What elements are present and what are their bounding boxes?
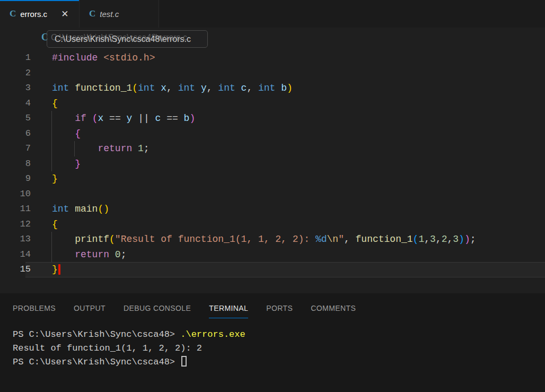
breadcrumb[interactable]: C C:\Users\Krish\Sync\csca48\errors.c C:…	[0, 28, 545, 48]
token: )	[459, 234, 464, 245]
code-content: {	[52, 126, 81, 142]
token: {	[52, 98, 58, 109]
token: return	[75, 249, 109, 260]
token	[155, 83, 161, 93]
token: (	[413, 234, 419, 245]
code-line: 7 return 1;	[0, 141, 545, 156]
line-number: 7	[0, 141, 31, 156]
line-number: 3	[0, 81, 31, 96]
code-line: 12{	[0, 217, 545, 232]
code-line: 9}	[0, 171, 545, 187]
token: 3	[430, 234, 436, 245]
tab-errors.c[interactable]: Cerrors.c✕	[0, 0, 80, 28]
line-number: 13	[0, 232, 31, 247]
indent-guide	[51, 111, 52, 126]
token: int	[138, 83, 155, 93]
close-icon[interactable]: ✕	[61, 10, 68, 19]
code-content: {	[52, 96, 58, 111]
token: y	[201, 83, 207, 93]
code-content: printf("Result of function_1(1, 1, 2, 2)…	[52, 232, 476, 247]
token: ;	[144, 143, 150, 154]
panel-tab-comments[interactable]: COMMENTS	[311, 304, 356, 318]
code-line: 10	[0, 187, 545, 202]
current-line-highlight	[25, 262, 545, 277]
terminal-output[interactable]: PS C:\Users\Krish\Sync\csca48> .\errors.…	[0, 318, 545, 369]
red-cursor	[58, 264, 60, 275]
line-number: 8	[0, 156, 31, 172]
token: ,	[247, 83, 258, 93]
token: ,	[436, 234, 442, 245]
token	[121, 113, 127, 124]
token: if	[75, 113, 86, 124]
code-line: 8 }	[0, 156, 545, 172]
line-number: 6	[0, 126, 31, 142]
token: function_1	[75, 83, 132, 93]
terminal-text: Result of function_1(1, 1, 2, 2): 2	[13, 343, 202, 353]
token: "Result of function_1(1, 1, 2, 2):	[115, 234, 315, 245]
token: c	[155, 113, 161, 124]
token: int	[52, 83, 69, 93]
line-number: 11	[0, 202, 31, 217]
code-line: 2	[0, 66, 545, 81]
token: b	[281, 83, 287, 93]
token: main	[75, 204, 98, 214]
line-number: 14	[0, 247, 31, 263]
token	[98, 53, 103, 63]
token: 3	[453, 234, 459, 245]
panel-tab-terminal[interactable]: TERMINAL	[209, 304, 248, 318]
token: ==	[166, 113, 178, 124]
terminal-text: PS C:\Users\Krish\Sync\csca48>	[13, 329, 180, 339]
token: ,	[344, 234, 356, 245]
line-number: 15	[0, 262, 31, 277]
token: function_1	[356, 234, 413, 245]
token: ,	[166, 83, 178, 93]
token: }	[52, 264, 58, 275]
token: #include	[52, 53, 98, 63]
token: int	[178, 83, 195, 93]
token	[69, 83, 75, 93]
bottom-panel: PROBLEMSOUTPUTDEBUG CONSOLETERMINALPORTS…	[0, 293, 545, 392]
token: printf	[75, 234, 109, 245]
panel-tab-output[interactable]: OUTPUT	[74, 304, 106, 318]
code-line: 11int main()	[0, 202, 545, 217]
terminal-text: PS C:\Users\Krish\Sync\csca48>	[13, 357, 180, 367]
tab-label: errors.c	[20, 10, 47, 19]
token: c	[241, 83, 247, 93]
token: int	[52, 204, 69, 214]
terminal-line: Result of function_1(1, 1, 2, 2): 2	[13, 342, 545, 355]
terminal-cursor[interactable]	[181, 356, 187, 367]
indent-guide	[51, 126, 52, 142]
token: 0	[115, 249, 121, 260]
line-number: 2	[0, 66, 31, 81]
code-line: 4{	[0, 96, 545, 111]
token: }	[75, 159, 81, 169]
token: <stdio.h>	[103, 53, 155, 63]
code-content: }	[52, 262, 60, 277]
line-number: 1	[0, 50, 31, 66]
token: ||	[138, 113, 150, 124]
token	[109, 249, 115, 260]
panel-tab-bar: PROBLEMSOUTPUTDEBUG CONSOLETERMINALPORTS…	[0, 293, 545, 318]
tab-test.c[interactable]: Ctest.c	[80, 0, 159, 28]
code-content: }	[52, 171, 58, 187]
code-editor[interactable]: 1#include <stdio.h>23int function_1(int …	[0, 48, 545, 293]
panel-tab-ports[interactable]: PORTS	[266, 304, 293, 318]
token: x	[98, 113, 103, 124]
code-line: 6 {	[0, 126, 545, 142]
token	[69, 204, 75, 214]
token	[161, 113, 166, 124]
indent-guide	[51, 247, 52, 263]
token: ,	[447, 234, 453, 245]
line-number: 12	[0, 217, 31, 232]
terminal-line: PS C:\Users\Krish\Sync\csca48>	[13, 355, 545, 369]
panel-tab-debug-console[interactable]: DEBUG CONSOLE	[124, 304, 191, 318]
token	[178, 113, 184, 124]
token	[150, 113, 155, 124]
code-line: 1#include <stdio.h>	[0, 50, 545, 66]
panel-tab-problems[interactable]: PROBLEMS	[13, 304, 56, 318]
token: x	[161, 83, 166, 93]
token: \n	[327, 234, 339, 245]
tab-label: test.c	[100, 10, 119, 19]
editor-tab-bar: Cerrors.c✕Ctest.c	[0, 0, 545, 28]
token: ;	[121, 249, 127, 260]
